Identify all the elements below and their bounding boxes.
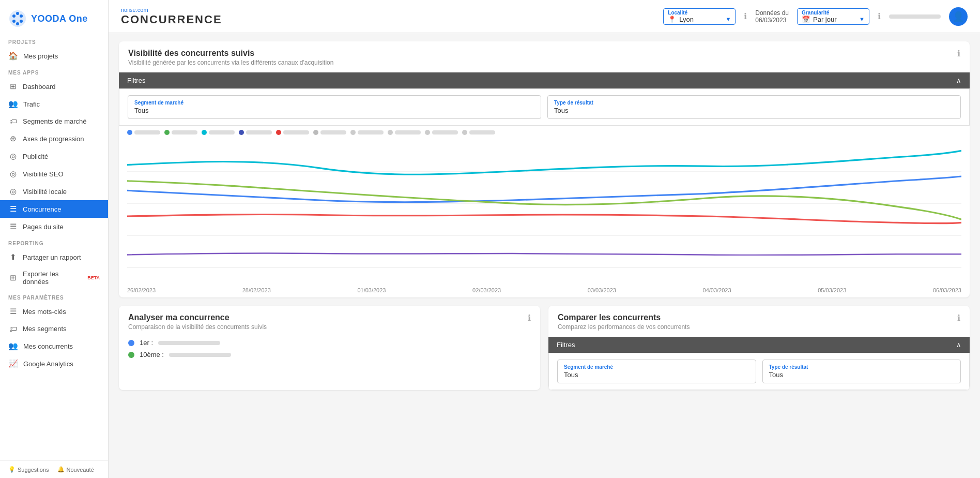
comparer-segment-filter-label: Segment de marché (564, 364, 749, 370)
sidebar-item-mes-concurrents[interactable]: 👥 Mes concurrents (0, 337, 108, 355)
legend-text-bar-4 (283, 130, 309, 135)
legend-dot-7 (388, 130, 393, 135)
user-name-bar (889, 14, 941, 19)
svg-point-3 (20, 14, 23, 18)
legend-dot-0 (127, 130, 132, 135)
sidebar-item-publicite[interactable]: ◎ Publicité (0, 147, 108, 165)
legend-item-0 (127, 130, 160, 135)
nouveaute-link[interactable]: 🔔 Nouveauté (57, 466, 94, 473)
localite-dropdown[interactable]: Localité 📍 Lyon ▼ (663, 8, 736, 25)
svg-point-1 (12, 14, 16, 18)
logo-text: YOODA One (31, 13, 88, 24)
segment-filter-value: Tous (134, 107, 534, 114)
location-pin-icon: 📍 (668, 16, 676, 23)
comparer-card-title-block: Comparer les concurrents Comparez les pe… (558, 313, 690, 331)
analyser-card-info-icon[interactable]: ℹ (528, 313, 531, 323)
google-analytics-icon: 📈 (8, 359, 18, 368)
legend-dot-6 (350, 130, 356, 135)
comparer-card-info-icon[interactable]: ℹ (957, 313, 960, 323)
xaxis-label-7: 06/03/2023 (933, 287, 961, 293)
rank10-text-bar (169, 353, 231, 357)
legend-item-2 (202, 130, 235, 135)
mes-segments-icon: 🏷 (8, 324, 18, 333)
sidebar-label-mes-concurrents: Mes concurrents (23, 342, 73, 350)
sidebar-item-axes[interactable]: ⊕ Axes de progression (0, 130, 108, 147)
comparer-filters-fields: Segment de marché Tous Type de résultat … (548, 353, 970, 390)
legend-dot-3 (239, 130, 244, 135)
legend-text-bar-5 (320, 130, 346, 135)
sidebar-label-concurrence: Concurrence (23, 205, 61, 213)
granularite-value: Par jour (813, 16, 837, 23)
legend-dot-5 (313, 130, 318, 135)
segment-filter-label: Segment de marché (134, 100, 534, 106)
legend-item-5 (313, 130, 346, 135)
sidebar-item-exporter[interactable]: ⊞ Exporter les données BETA (0, 266, 108, 290)
type-filter-label: Type de résultat (554, 100, 954, 106)
comparer-type-filter-label: Type de résultat (769, 364, 955, 370)
xaxis-label-3: 02/03/2023 (472, 287, 501, 293)
legend-dot-4 (276, 130, 281, 135)
suggestions-icon: 💡 (8, 466, 16, 473)
sidebar-item-mots-cles[interactable]: ☰ Mes mots-clés (0, 303, 108, 320)
sidebar-item-trafic[interactable]: 👥 Trafic (0, 95, 108, 113)
mes-apps-section: MES APPS (0, 65, 108, 78)
analyser-card-header: Analyser ma concurrence Comparaison de l… (119, 306, 540, 333)
user-avatar[interactable]: 👤 (949, 7, 968, 26)
comparer-segment-filter-field[interactable]: Segment de marché Tous (557, 360, 756, 383)
header-domain[interactable]: noiise.com (121, 7, 222, 13)
granularite-dropdown[interactable]: Granularité 📅 Par jour ▼ (797, 8, 869, 25)
sidebar-label-publicite: Publicité (23, 153, 48, 160)
analyser-card: Analyser ma concurrence Comparaison de l… (119, 306, 540, 390)
visibility-card-info-icon[interactable]: ℹ (957, 49, 960, 58)
legend-dot-8 (425, 130, 430, 135)
sidebar-item-pages-site[interactable]: ☰ Pages du site (0, 218, 108, 235)
sidebar-bottom: 💡 Suggestions 🔔 Nouveauté (0, 460, 108, 478)
nouveaute-label: Nouveauté (67, 467, 94, 473)
nouveaute-icon: 🔔 (57, 466, 65, 473)
segments-icon: 🏷 (8, 117, 18, 126)
filters-collapse-icon[interactable]: ∧ (956, 77, 961, 84)
legend-dot-9 (462, 130, 467, 135)
sidebar-item-visibilite-locale[interactable]: ◎ Visibilité locale (0, 183, 108, 200)
trafic-icon: 👥 (8, 99, 18, 109)
sidebar-label-segments: Segments de marché (23, 117, 87, 125)
xaxis-label-5: 04/03/2023 (703, 287, 731, 293)
comparer-type-filter-field[interactable]: Type de résultat Tous (762, 360, 961, 383)
segment-filter-field[interactable]: Segment de marché Tous (128, 95, 541, 119)
sidebar-label-exporter: Exporter les données (23, 270, 80, 286)
sidebar-item-concurrence[interactable]: ☰ Concurrence (0, 200, 108, 218)
sidebar-item-google-analytics[interactable]: 📈 Google Analytics (0, 355, 108, 372)
sidebar-label-mots-cles: Mes mots-clés (23, 308, 66, 316)
suggestions-link[interactable]: 💡 Suggestions (8, 466, 49, 473)
sidebar-item-dashboard[interactable]: ⊞ Dashboard (0, 78, 108, 95)
sidebar-item-mes-projets[interactable]: 🏠 Mes projets (0, 47, 108, 65)
rank1-text-bar (158, 341, 220, 345)
content-area: Visibilité des concurrents suivis Visibi… (109, 33, 980, 478)
sidebar-label-pages-site: Pages du site (23, 223, 64, 231)
analyser-card-title-block: Analyser ma concurrence Comparaison de l… (128, 313, 267, 331)
svg-point-2 (16, 12, 19, 15)
granularite-info-icon[interactable]: ℹ (878, 11, 881, 21)
comparer-filters-collapse-icon[interactable]: ∧ (956, 341, 961, 349)
chart-xaxis: 26/02/2023 28/02/2023 01/03/2023 02/03/2… (119, 286, 970, 297)
sidebar-item-visibilite-seo[interactable]: ◎ Visibilité SEO (0, 165, 108, 183)
legend-text-bar-9 (469, 130, 495, 135)
localite-info-icon[interactable]: ℹ (744, 11, 747, 21)
rank-dot-10 (128, 352, 134, 358)
rank-item-1: 1er : (128, 339, 531, 347)
rank-dot-1 (128, 340, 134, 346)
calendar-icon: 📅 (802, 16, 810, 23)
yooda-logo-icon (8, 9, 27, 28)
filters-bar: Filtres ∧ (119, 72, 970, 88)
visibility-card-subtitle: Visibilité générée par les concurrents v… (128, 59, 333, 66)
mes-parametres-section: MES PARAMÈTRES (0, 290, 108, 303)
sidebar-label-visibilite-locale: Visibilité locale (23, 188, 67, 196)
pages-site-icon: ☰ (8, 222, 18, 231)
sidebar-item-mes-segments[interactable]: 🏷 Mes segments (0, 320, 108, 337)
legend-item-8 (425, 130, 458, 135)
type-filter-field[interactable]: Type de résultat Tous (547, 95, 961, 119)
sidebar-item-partager[interactable]: ⬆ Partager un rapport (0, 248, 108, 266)
sidebar-item-segments[interactable]: 🏷 Segments de marché (0, 113, 108, 130)
xaxis-label-4: 03/03/2023 (588, 287, 616, 293)
visibility-card-header: Visibilité des concurrents suivis Visibi… (119, 41, 970, 68)
